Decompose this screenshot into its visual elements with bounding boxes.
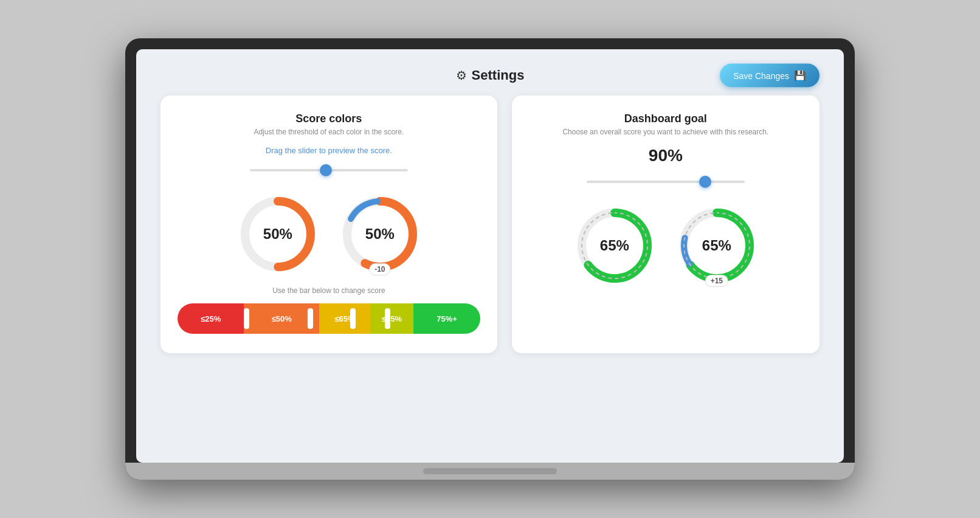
goal-donuts-row: 65% xyxy=(529,203,802,288)
bar-seg-red: ≤25% xyxy=(178,303,244,334)
save-button-label: Save Changes xyxy=(733,71,789,80)
page-header: ⚙ Settings Save Changes 💾 xyxy=(160,67,820,83)
goal-donut-right-badge: +15 xyxy=(705,275,728,287)
cards-row: Score colors Adjust the threshold of eac… xyxy=(160,95,820,353)
score-donut-right: 50% -10 xyxy=(337,192,423,277)
laptop-base-bar xyxy=(423,468,557,474)
gear-icon: ⚙ xyxy=(456,68,467,83)
laptop-frame: ⚙ Settings Save Changes 💾 Score colors A… xyxy=(125,38,855,480)
bar-seg-lime: ≤75% xyxy=(370,303,413,334)
bar-seg-yellow: ≤65% xyxy=(319,303,370,334)
bar-divider-1[interactable] xyxy=(244,308,249,329)
goal-donut-left-value: 65% xyxy=(600,237,629,254)
score-donut-right-value: 50% xyxy=(365,226,395,243)
bar-seg-green: 75%+ xyxy=(413,303,480,334)
goal-slider-track xyxy=(587,181,745,183)
score-colors-card: Score colors Adjust the threshold of eac… xyxy=(160,95,497,353)
dashboard-goal-card: Dashboard goal Choose an overall score y… xyxy=(512,95,820,353)
laptop-base xyxy=(125,463,855,480)
slider-preview-label: Drag the slider to preview the score. xyxy=(178,146,480,155)
goal-percentage: 90% xyxy=(529,146,802,165)
goal-donut-left: 65% xyxy=(572,203,657,288)
score-donut-right-badge: -10 xyxy=(369,263,390,275)
bar-instruction: Use the bar below to change score xyxy=(178,286,480,295)
goal-donut-right: 65% +15 xyxy=(674,203,759,288)
score-slider-container xyxy=(250,161,408,179)
score-donut-left: 50% xyxy=(235,192,320,277)
bar-divider-4[interactable] xyxy=(385,308,390,329)
bar-divider-3[interactable] xyxy=(350,308,356,329)
score-donuts-row: 50% 50% -10 xyxy=(178,192,480,277)
save-changes-button[interactable]: Save Changes 💾 xyxy=(720,64,820,88)
score-colors-title: Score colors xyxy=(178,112,480,125)
score-slider-thumb[interactable] xyxy=(320,164,332,176)
goal-slider-container xyxy=(587,173,745,191)
page-title: Settings xyxy=(472,67,525,83)
score-donut-left-value: 50% xyxy=(263,226,292,243)
dashboard-goal-subtitle: Choose an overall score you want to achi… xyxy=(529,128,802,136)
score-colors-subtitle: Adjust the threshold of each color in th… xyxy=(178,128,480,136)
laptop-screen: ⚙ Settings Save Changes 💾 Score colors A… xyxy=(136,49,844,463)
goal-slider-thumb[interactable] xyxy=(699,176,711,188)
goal-donut-right-value: 65% xyxy=(702,237,731,254)
color-bar[interactable]: ≤25% ≤50% ≤65% ≤75% xyxy=(178,303,480,334)
save-icon: 💾 xyxy=(794,70,806,81)
page-title-wrap: ⚙ Settings xyxy=(456,67,525,83)
dashboard-goal-title: Dashboard goal xyxy=(529,112,802,125)
bar-divider-2[interactable] xyxy=(308,308,313,329)
